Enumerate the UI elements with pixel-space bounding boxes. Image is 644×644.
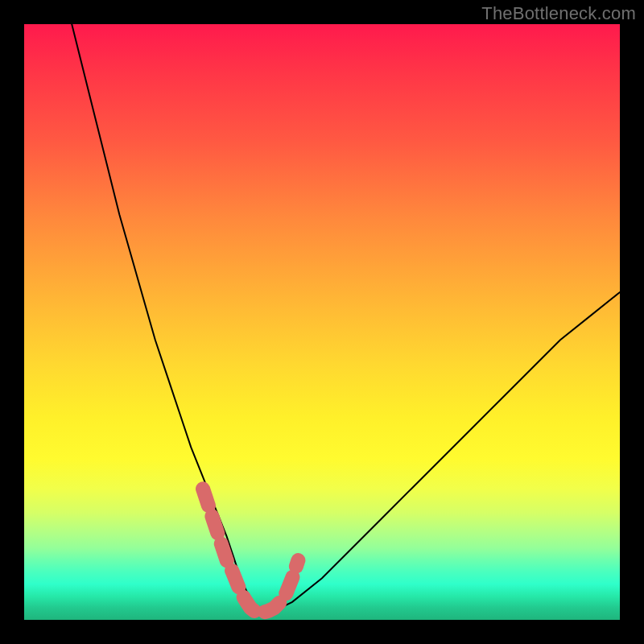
optimal-range-highlight	[203, 489, 298, 613]
curve-svg	[24, 24, 620, 620]
bottleneck-curve	[72, 24, 620, 613]
plot-area	[24, 24, 620, 620]
chart-frame: TheBottleneck.com	[0, 0, 644, 644]
watermark-text: TheBottleneck.com	[481, 3, 636, 24]
